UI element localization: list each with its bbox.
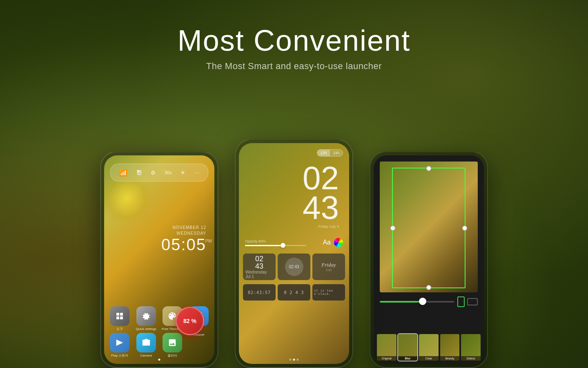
font-controls: Aa bbox=[323, 238, 343, 247]
thumb-label-beauty: Beauty bbox=[440, 356, 460, 361]
phone-left: 📶 한 ⚙ 30s ☀ ··· NOVEMBER 12 WEDNESDAY 05… bbox=[100, 151, 218, 368]
thumb-original[interactable]: Original bbox=[377, 334, 396, 361]
brightness-icon: ☀ bbox=[180, 170, 185, 176]
aspect-buttons bbox=[457, 296, 478, 307]
thumb-label-blur: Blur bbox=[398, 356, 418, 361]
title-thin: Most bbox=[178, 24, 254, 57]
widget-digital3: it is two o'clock. bbox=[312, 284, 345, 301]
app-label-gallery: 갤러리 bbox=[167, 354, 177, 358]
app-icon-camera bbox=[136, 333, 156, 352]
phone-time: 05:05 bbox=[161, 236, 206, 253]
widget-hour: 02 bbox=[255, 255, 263, 263]
widgets-row1: 02 43 Wednesday Jul 1 02:43 Friday 2:43 bbox=[243, 254, 345, 280]
phone-toolbar: 📶 한 ⚙ 30s ☀ ··· bbox=[110, 164, 208, 182]
thumb-label-clear: Clear bbox=[419, 356, 439, 361]
phone-center: 12h 24h 02 43 Friday July 4 Opacity 60% … bbox=[235, 139, 353, 368]
app-icon-settings bbox=[136, 306, 156, 326]
aspect-landscape[interactable] bbox=[467, 298, 478, 305]
widget-script-sub: 2:43 bbox=[326, 268, 332, 272]
app-icon-tool bbox=[110, 306, 129, 326]
widgets-row2: 02:43:57 0 2 4 3 it is two o'clock. bbox=[243, 284, 345, 301]
dot-active bbox=[158, 359, 160, 361]
svg-rect-1 bbox=[120, 313, 123, 316]
cleaner-percent: 82 % bbox=[183, 318, 196, 324]
time-toggle-24h[interactable]: 24h bbox=[330, 150, 343, 156]
center-dot-2 bbox=[293, 359, 295, 361]
opacity-label: Opacity 60% bbox=[245, 239, 306, 243]
app-gallery[interactable]: 갤러리 bbox=[161, 333, 184, 358]
right-slider-area bbox=[380, 296, 478, 307]
crop-box bbox=[392, 168, 466, 288]
center-minute: 43 bbox=[303, 193, 339, 222]
widget-circle-time: 02:43 bbox=[278, 254, 310, 280]
opacity-thumb[interactable] bbox=[281, 243, 285, 248]
thumb-image-original bbox=[377, 334, 396, 356]
time-toggle[interactable]: 12h 24h bbox=[317, 149, 343, 157]
header: Most Convenient The Most Smart and easy-… bbox=[0, 25, 588, 72]
svg-rect-0 bbox=[116, 313, 119, 316]
widget-digital1: 02:43:57 bbox=[243, 284, 276, 301]
thumb-image-blur bbox=[398, 334, 418, 356]
phone-left-screen: 📶 한 ⚙ 30s ☀ ··· NOVEMBER 12 WEDNESDAY 05… bbox=[104, 155, 214, 364]
widget-circle: 02:43 bbox=[285, 258, 303, 276]
more-icon: ··· bbox=[194, 169, 199, 176]
wifi-icon: 📶 bbox=[119, 169, 127, 177]
phone-datetime: NOVEMBER 12 WEDNESDAY 05:05 PM bbox=[161, 225, 206, 253]
widget-circle-text: 02:43 bbox=[289, 265, 299, 269]
crop-handle-bottom[interactable] bbox=[426, 285, 431, 290]
settings-widget-icon: ⚙ bbox=[151, 170, 156, 176]
korean-icon: 한 bbox=[136, 169, 142, 176]
phones-container: 📶 한 ⚙ 30s ☀ ··· NOVEMBER 12 WEDNESDAY 05… bbox=[0, 139, 588, 368]
crop-handle-left[interactable] bbox=[390, 226, 395, 231]
phone-center-screen: 12h 24h 02 43 Friday July 4 Opacity 60% … bbox=[239, 143, 349, 364]
center-dots bbox=[290, 359, 299, 361]
thumb-beauty[interactable]: Beauty bbox=[440, 334, 460, 361]
thumb-image-beauty bbox=[440, 334, 460, 356]
crop-handle-right[interactable] bbox=[462, 226, 467, 231]
thumb-label-delicio: Delicio bbox=[461, 356, 481, 361]
color-picker[interactable] bbox=[334, 238, 343, 247]
app-play[interactable]: Play 스토어 bbox=[108, 333, 131, 358]
opacity-slider[interactable] bbox=[245, 245, 306, 246]
widget-date-small: Wednesday Jul 1 bbox=[245, 270, 273, 279]
thumb-label-original: Original bbox=[377, 356, 396, 361]
app-camera[interactable]: Camera bbox=[135, 333, 158, 358]
app-settings[interactable]: Quick settings bbox=[135, 306, 158, 331]
widget-script-time: Friday 2:43 bbox=[312, 254, 345, 280]
svg-rect-3 bbox=[120, 316, 123, 319]
app-icon-play bbox=[110, 333, 129, 352]
phone-right-screen: Original Blur Clear Beauty Delicio bbox=[374, 155, 484, 364]
thumb-blur[interactable]: Blur bbox=[398, 334, 418, 361]
page-dots bbox=[158, 359, 160, 361]
svg-rect-2 bbox=[116, 316, 119, 319]
app-grid-row2: Play 스토어 Camera 갤러리 82 % bbox=[108, 333, 210, 358]
right-slider[interactable] bbox=[380, 301, 454, 303]
thumb-clear[interactable]: Clear bbox=[419, 334, 439, 361]
center-time-display: 02 43 Friday July 4 bbox=[303, 164, 339, 229]
thumbnail-strip: Original Blur Clear Beauty Delicio bbox=[377, 334, 481, 361]
center-hour: 02 bbox=[303, 164, 339, 193]
app-tool[interactable]: 도구 bbox=[108, 306, 131, 331]
page-title: Most Convenient bbox=[0, 25, 588, 57]
thumb-image-delicio bbox=[461, 334, 481, 356]
font-aa-label[interactable]: Aa bbox=[323, 239, 331, 246]
cleaner-badge: 82 % bbox=[176, 307, 204, 335]
app-cleaner-item[interactable]: 82 % Cleaner bbox=[187, 333, 211, 358]
title-bold: Convenient bbox=[254, 24, 410, 57]
crop-handle-top[interactable] bbox=[426, 166, 431, 171]
timer-icon: 30s bbox=[165, 170, 172, 175]
crop-area bbox=[380, 162, 478, 292]
phone-ampm: PM bbox=[205, 238, 212, 243]
aspect-portrait[interactable] bbox=[457, 296, 465, 307]
app-label-camera: Camera bbox=[140, 354, 152, 358]
thumb-delicio[interactable]: Delicio bbox=[461, 334, 481, 361]
phone-right: Original Blur Clear Beauty Delicio bbox=[370, 151, 488, 368]
time-toggle-12h[interactable]: 12h bbox=[317, 150, 330, 156]
opacity-fill bbox=[245, 245, 282, 246]
widget-min: 43 bbox=[255, 263, 263, 270]
page-subtitle: The Most Smart and easy-to-use launcher bbox=[0, 61, 588, 72]
center-dot-1 bbox=[290, 359, 292, 361]
app-label-play: Play 스토어 bbox=[111, 354, 128, 358]
right-slider-thumb[interactable] bbox=[419, 298, 426, 305]
widget-digital-time: 02 43 Wednesday Jul 1 bbox=[243, 254, 276, 280]
